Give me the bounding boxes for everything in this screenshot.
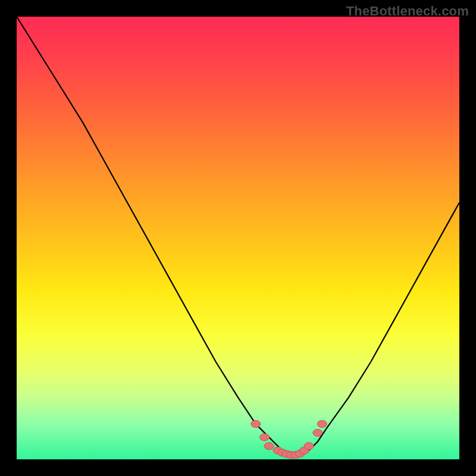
curve-marker	[251, 421, 261, 428]
watermark-text: TheBottleneck.com	[346, 4, 469, 19]
curve-marker	[260, 434, 270, 441]
curve-layer	[17, 17, 459, 459]
curve-marker	[264, 443, 274, 450]
plot-area	[17, 17, 459, 459]
marker-group	[251, 421, 327, 459]
chart-stage: TheBottleneck.com	[0, 0, 476, 476]
curve-marker	[317, 421, 327, 428]
bottleneck-curve	[17, 17, 459, 455]
curve-marker	[313, 429, 322, 436]
curve-marker	[304, 443, 314, 450]
